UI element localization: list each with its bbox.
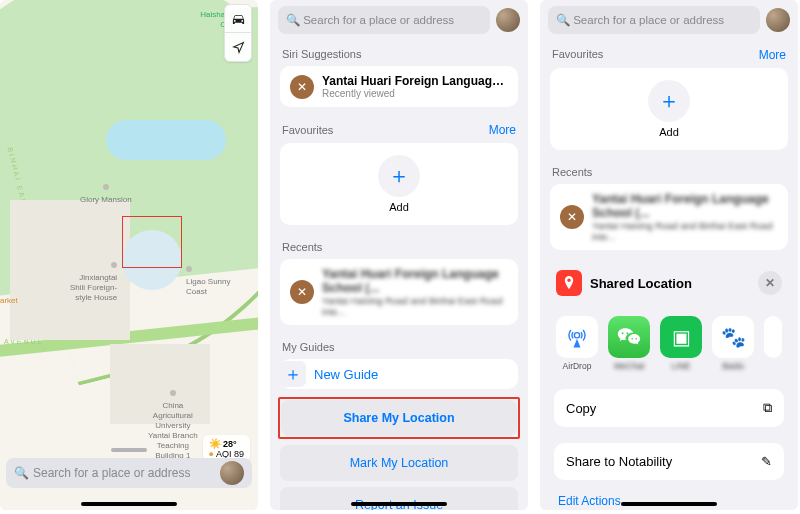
avatar[interactable] [220, 461, 244, 485]
driving-mode-button[interactable] [225, 5, 251, 33]
recent-row[interactable]: ✕ Yantai Huari Foreign Language School (… [280, 259, 518, 325]
drawer-handle[interactable] [111, 448, 147, 452]
share-my-location-button[interactable]: Share My Location [281, 400, 517, 436]
poi-ligao: Ligao Sunny Coast [186, 266, 230, 297]
location-pin-icon [556, 270, 582, 296]
home-indicator [351, 502, 447, 506]
highlighted-location-box [122, 216, 182, 268]
plus-icon: ＋ [280, 361, 306, 387]
copy-icon: ⧉ [763, 400, 772, 416]
poi-shili: Jinxiangtai Shili Foreign- style House [70, 262, 117, 303]
search-icon: 🔍 [556, 13, 570, 27]
add-favourite-button[interactable]: ＋ Add [562, 80, 776, 138]
share-app-line[interactable]: ▣ LINE [660, 316, 702, 371]
share-app-overflow[interactable] [764, 316, 782, 371]
favourites-more-link[interactable]: More [489, 123, 516, 137]
plus-icon: ＋ [648, 80, 690, 122]
share-app-wechat[interactable]: WeChat [608, 316, 650, 371]
mark-my-location-button[interactable]: Mark My Location [280, 445, 518, 481]
chevron-right-icon [764, 316, 782, 358]
add-favourite-button[interactable]: ＋ Add [292, 155, 506, 213]
share-app-airdrop[interactable]: AirDrop [556, 316, 598, 371]
share-app-4[interactable]: 🐾 Baidu [712, 316, 754, 371]
favourites-header: Favourites [282, 124, 333, 136]
wechat-icon [608, 316, 650, 358]
pencil-icon: ✎ [761, 454, 772, 469]
share-location-highlight: Share My Location [278, 397, 520, 439]
edit-actions-link[interactable]: Edit Actions... [544, 488, 794, 510]
search-placeholder: Search for a place or address [573, 14, 724, 26]
school-icon: ✕ [560, 205, 584, 229]
map-canvas[interactable]: BINHAI EAST ROAD AVENUE Glory Mansion Ji… [0, 0, 258, 510]
siri-suggestion-row[interactable]: ✕ Yantai Huari Foreign Language School (… [280, 66, 518, 107]
plus-icon: ＋ [378, 155, 420, 197]
map-controls [224, 4, 252, 62]
share-notability-button[interactable]: Share to Notability ✎ [554, 443, 784, 480]
search-bar[interactable]: 🔍 Search for a place or address [278, 6, 490, 34]
share-sheet-header: Shared Location ✕ [544, 260, 794, 306]
school-icon: ✕ [290, 280, 314, 304]
airdrop-icon [556, 316, 598, 358]
copy-button[interactable]: Copy ⧉ [554, 389, 784, 427]
siri-title: Yantai Huari Foreign Language School (..… [322, 74, 508, 88]
locate-me-button[interactable] [225, 33, 251, 61]
map-screen: BINHAI EAST ROAD AVENUE Glory Mansion Ji… [0, 0, 258, 510]
search-sheet-screen: 🔍 Search for a place or address Siri Sug… [270, 0, 528, 510]
new-guide-button[interactable]: ＋ New Guide [280, 359, 518, 389]
line-icon: ▣ [660, 316, 702, 358]
avatar[interactable] [496, 8, 520, 32]
home-indicator [81, 502, 177, 506]
search-icon: 🔍 [286, 13, 300, 27]
siri-sub: Recently viewed [322, 88, 508, 99]
search-icon: 🔍 [14, 466, 29, 480]
search-bar[interactable]: 🔍 Search for a place or address [548, 6, 760, 34]
recents-header: Recents [270, 233, 528, 257]
svg-point-0 [574, 333, 579, 338]
close-button[interactable]: ✕ [758, 271, 782, 295]
recent-sub: Yantai Haixing Road and Binhai East Road… [322, 295, 508, 317]
search-placeholder: Search for a place or address [303, 14, 454, 26]
recent-title: Yantai Huari Foreign Language School (..… [322, 267, 508, 295]
recents-header: Recents [540, 158, 798, 182]
search-placeholder: Search for a place or address [33, 466, 220, 480]
siri-header: Siri Suggestions [270, 40, 528, 64]
school-icon: ✕ [290, 75, 314, 99]
poi-univ: China Agricultural University Yantai Bra… [148, 390, 198, 461]
search-bar[interactable]: 🔍 Search for a place or address [6, 458, 252, 488]
poi-mansion: Glory Mansion [80, 184, 132, 205]
share-apps: AirDrop WeChat ▣ LINE 🐾 Baidu [544, 306, 794, 381]
home-indicator [621, 502, 717, 506]
poi-arket: arket [0, 296, 18, 306]
favourites-header: Favourites [552, 48, 603, 62]
avatar[interactable] [766, 8, 790, 32]
share-title: Shared Location [590, 276, 750, 291]
report-issue-button[interactable]: Report an Issue [280, 487, 518, 510]
favourites-more-link[interactable]: More [759, 48, 786, 62]
guides-header: My Guides [270, 333, 528, 357]
recent-row[interactable]: ✕ Yantai Huari Foreign Language School (… [550, 184, 788, 250]
app-icon: 🐾 [712, 316, 754, 358]
share-sheet-screen: 🔍 Search for a place or address Favourit… [540, 0, 798, 510]
